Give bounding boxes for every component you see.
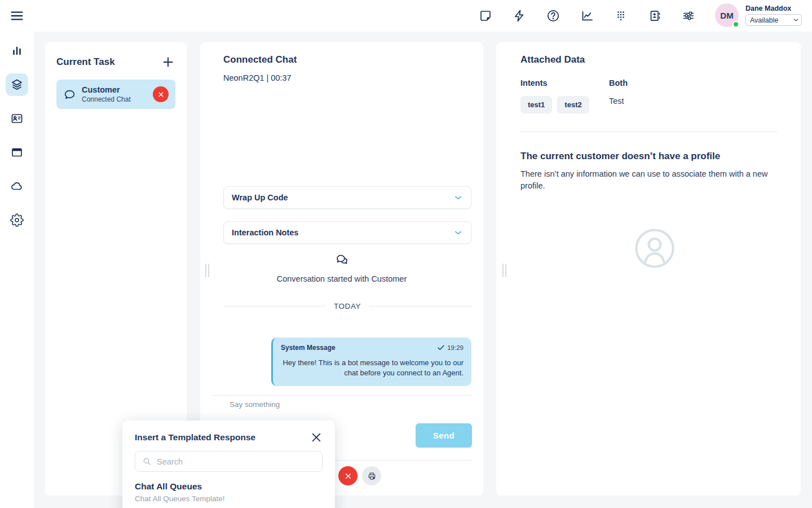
templated-response-popup: Insert a Templated Response Chat All Que… (122, 421, 335, 508)
intent-chip: test1 (520, 96, 552, 113)
message-text: Hey there! This is a bot message to welc… (281, 358, 464, 378)
interaction-notes-label: Interaction Notes (232, 228, 298, 237)
day-divider-label: TODAY (334, 302, 361, 310)
activity-icon[interactable] (6, 40, 28, 62)
intents-label: Intents (520, 78, 589, 87)
printer-icon[interactable] (362, 466, 381, 485)
chevron-down-icon (453, 193, 463, 203)
directory-icon[interactable] (648, 9, 661, 23)
wrap-up-code-label: Wrap Up Code (232, 193, 288, 202)
no-profile-heading: The current customer doesn’t have a prof… (520, 151, 720, 162)
note-icon[interactable] (479, 9, 492, 23)
delivered-check-icon (438, 345, 444, 351)
settings-icon[interactable] (6, 209, 28, 231)
conversation-start-text: Conversation started with Customer (200, 274, 483, 283)
chat-session-info: NeonR2Q1 | 00:37 (223, 73, 292, 82)
search-icon (142, 457, 152, 466)
chat-bubble-icon (63, 88, 76, 101)
presence-dot (732, 21, 739, 28)
current-task-title: Current Task (56, 56, 115, 68)
chat-action-row (338, 466, 381, 485)
send-button[interactable]: Send (416, 423, 472, 448)
cloud-icon[interactable] (6, 175, 28, 198)
menu-icon[interactable] (9, 8, 25, 24)
top-icon-row (479, 9, 695, 23)
attached-data-title: Attached Data (520, 54, 585, 65)
contact-card-icon[interactable] (6, 107, 28, 130)
template-item-description: Chat All Queues Template! (135, 494, 323, 503)
chevron-down-icon (453, 228, 463, 238)
preferences-icon[interactable] (682, 9, 695, 23)
user-area: DM Dane Maddox Available (715, 3, 802, 27)
wrap-up-code-section[interactable]: Wrap Up Code (223, 186, 471, 209)
message-time: 19:29 (447, 344, 464, 351)
avatar-initials: DM (720, 11, 733, 20)
message-sender: System Message (281, 344, 336, 352)
conversation-bubbles-icon (334, 252, 350, 268)
chat-title: Connected Chat (223, 54, 297, 65)
template-search-input[interactable] (157, 457, 315, 466)
performance-icon[interactable] (580, 9, 594, 23)
close-icon[interactable] (310, 431, 323, 444)
add-task-icon[interactable] (161, 55, 175, 69)
top-bar: DM Dane Maddox Available (0, 0, 812, 32)
divider (212, 395, 471, 396)
conversation-start: Conversation started with Customer (200, 252, 483, 283)
zap-icon[interactable] (513, 9, 526, 23)
divider (520, 132, 777, 132)
intents-field: Intents test1 test2 (520, 78, 589, 113)
interactions-icon[interactable] (6, 73, 28, 96)
user-meta: Dane Maddox Available (745, 3, 802, 27)
template-item[interactable]: Chat All Queues Chat All Queues Template… (122, 472, 335, 503)
no-profile-body: There isn’t any information we can use t… (520, 168, 790, 192)
avatar[interactable]: DM (715, 3, 739, 27)
both-field: Both Test (609, 78, 628, 106)
help-icon[interactable] (546, 9, 560, 23)
profile-placeholder-icon (632, 226, 677, 271)
system-message-bubble: System Message 19:29 Hey there! This is … (271, 338, 471, 386)
intent-chip: test2 (557, 96, 589, 113)
interaction-notes-section[interactable]: Interaction Notes (223, 221, 471, 244)
window-icon[interactable] (6, 141, 28, 164)
task-card-customer[interactable]: Customer Connected Chat (56, 80, 175, 109)
user-name: Dane Maddox (745, 5, 802, 12)
panel-resize-handle[interactable] (502, 264, 506, 277)
chat-input[interactable] (230, 400, 410, 409)
end-task-icon[interactable] (153, 86, 169, 102)
side-rail (0, 32, 34, 508)
dialpad-icon[interactable] (614, 9, 628, 23)
popup-title: Insert a Templated Response (135, 432, 255, 443)
both-value: Test (609, 97, 628, 106)
status-select[interactable]: Available (745, 14, 802, 26)
template-search-box (135, 451, 323, 472)
both-label: Both (609, 78, 628, 87)
template-item-name: Chat All Queues (135, 481, 323, 492)
task-type: Connected Chat (82, 95, 131, 103)
end-chat-icon[interactable] (338, 466, 358, 485)
task-name: Customer (82, 85, 131, 94)
attached-data-panel: Attached Data Intents test1 test2 Both T… (496, 42, 801, 496)
day-divider: TODAY (223, 302, 471, 310)
